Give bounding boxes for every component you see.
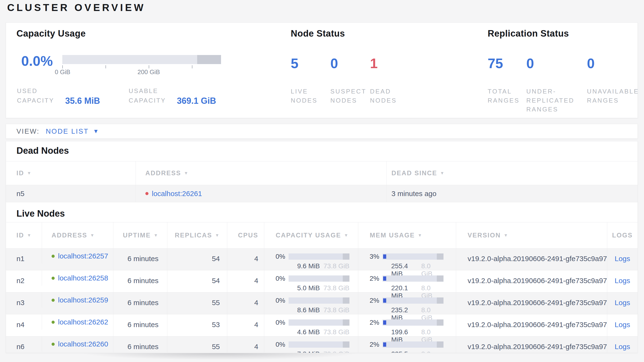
node-address-cell: localhost:26257 (42, 248, 113, 264)
usable-capacity-stat: USABLE CAPACITY 369.1 GiB (129, 86, 216, 105)
sort-desc-icon: ▼ (184, 171, 189, 176)
mem-percent: 3% (368, 253, 379, 260)
live-status-icon (52, 343, 55, 346)
capacity-total: 73.8 GiB (324, 262, 350, 270)
live-status-icon (52, 321, 55, 324)
live-nodes-label: LIVE NODES (291, 87, 319, 105)
capacity-minibar (288, 341, 350, 348)
mem-minibar (383, 319, 444, 326)
capacity-axis-label-200: 200 GiB (138, 68, 160, 76)
total-ranges-count: 75 (488, 56, 526, 70)
capacity-axis-label-0: 0 GiB (55, 68, 70, 76)
replication-status-title: Replication Status (488, 29, 643, 39)
sort-desc-icon: ▼ (154, 233, 158, 238)
sort-desc-icon: ▼ (504, 233, 508, 238)
mem-percent: 2% (368, 297, 379, 304)
dead-col-address[interactable]: ADDRESS▼ (136, 161, 386, 185)
capacity-used: 8.6 MiB (297, 306, 320, 314)
capacity-total: 73.8 GiB (324, 328, 350, 336)
live-node-row: n6 localhost:26260 6 minutes 55 4 0% 7.8… (6, 336, 638, 353)
live-col-id[interactable]: ID▼ (6, 222, 42, 248)
live-col-replicas[interactable]: REPLICAS▼ (167, 222, 227, 248)
view-selector-bar: VIEW: NODE LIST ▼ (6, 124, 638, 139)
dead-node-address-cell: localhost:26261 (136, 185, 386, 202)
capacity-used: 9.6 MiB (297, 262, 320, 270)
unavailable-ranges-label: UNAVAILABLE RANGES (587, 87, 643, 105)
live-col-mem-usage[interactable]: MEM USAGE▼ (358, 222, 456, 248)
node-logs-cell: Logs (607, 336, 638, 353)
total-ranges-label: TOTAL RANGES (488, 87, 516, 105)
dead-col-dead-since[interactable]: DEAD SINCE▼ (386, 161, 638, 185)
logs-link[interactable]: Logs (615, 299, 630, 307)
sort-desc-icon: ▼ (440, 171, 445, 176)
sort-desc-icon: ▼ (90, 233, 95, 238)
capacity-minibar (288, 275, 350, 282)
live-status-icon (52, 299, 55, 302)
logs-link[interactable]: Logs (615, 343, 630, 351)
used-capacity-label: USED CAPACITY (17, 86, 59, 105)
node-address-link[interactable]: localhost:26258 (58, 274, 108, 282)
unavailable-ranges-stat: 0 UNAVAILABLE RANGES (587, 56, 643, 114)
dead-status-icon (145, 192, 148, 195)
live-node-row: n4 localhost:26262 6 minutes 53 4 0% 4.6… (6, 314, 638, 336)
scroll-shadow (0, 353, 644, 362)
node-address-cell: localhost:26258 (42, 270, 113, 286)
live-node-row: n2 localhost:26258 6 minutes 54 4 0% 5.0… (6, 270, 638, 292)
dead-col-id[interactable]: ID▼ (6, 161, 136, 185)
dead-node-address-link[interactable]: localhost:26261 (152, 190, 202, 198)
capacity-minibar (288, 253, 350, 260)
total-ranges-stat: 75 TOTAL RANGES (488, 56, 526, 114)
view-dropdown[interactable]: NODE LIST (46, 127, 89, 135)
node-address-cell: localhost:26259 (42, 292, 113, 308)
live-status-icon (52, 255, 55, 258)
capacity-percent: 0% (274, 275, 285, 282)
logs-link[interactable]: Logs (615, 277, 630, 285)
capacity-used: 4.6 MiB (297, 328, 320, 336)
capacity-percent: 0% (274, 297, 285, 304)
live-col-address[interactable]: ADDRESS▼ (42, 222, 113, 248)
dead-node-row: n5 localhost:26261 3 minutes ago (6, 185, 638, 202)
node-id: n6 (6, 336, 42, 353)
node-uptime: 6 minutes (113, 336, 167, 353)
live-status-icon (52, 277, 55, 280)
usable-capacity-label: USABLE CAPACITY (129, 86, 171, 105)
view-label: VIEW: (16, 127, 40, 135)
capacity-percent: 0% (274, 341, 285, 348)
capacity-usage-section: Capacity Usage 0.0% 0 GiB 200 GiB (16, 29, 221, 105)
mem-percent: 2% (368, 341, 379, 348)
live-nodes-stat: 5 LIVE NODES (291, 56, 330, 105)
dead-nodes-label: DEAD NODES (370, 87, 398, 105)
suspect-nodes-count: 0 (330, 56, 370, 70)
dead-node-id: n5 (6, 185, 136, 202)
node-address-link[interactable]: localhost:26259 (58, 296, 108, 304)
live-nodes-count: 5 (291, 56, 330, 70)
mem-used: 225.5 MiB (391, 350, 421, 353)
sort-desc-icon: ▼ (215, 233, 220, 238)
sort-desc-icon: ▼ (27, 171, 32, 176)
mem-percent: 2% (368, 275, 379, 282)
capacity-usage-title: Capacity Usage (16, 29, 221, 39)
live-nodes-heading: Live Nodes (6, 202, 638, 219)
node-address-link[interactable]: localhost:26257 (58, 252, 108, 260)
live-col-uptime[interactable]: UPTIME▼ (113, 222, 167, 248)
capacity-percent: 0% (274, 253, 285, 260)
mem-minibar (383, 297, 444, 304)
node-address-cell: localhost:26260 (42, 336, 113, 352)
node-address-link[interactable]: localhost:26260 (58, 340, 108, 348)
mem-total: 8.0 GiB (421, 350, 444, 353)
live-col-version[interactable]: VERSION▼ (456, 222, 607, 248)
capacity-total: 73.8 GiB (324, 284, 350, 292)
capacity-used-percent: 0.0% (21, 54, 62, 68)
capacity-used: 5.0 MiB (297, 284, 320, 292)
capacity-percent: 0% (274, 319, 285, 326)
capacity-used: 7.8 MiB (297, 350, 320, 353)
live-node-row: n3 localhost:26259 6 minutes 55 4 0% 8.6… (6, 292, 638, 314)
logs-link[interactable]: Logs (615, 321, 630, 329)
logs-link[interactable]: Logs (615, 255, 630, 263)
dropdown-caret-icon[interactable]: ▼ (93, 128, 99, 135)
capacity-total: 73.8 GiB (324, 306, 350, 314)
cluster-summary-panel: Capacity Usage 0.0% 0 GiB 200 GiB (6, 23, 638, 118)
node-address-link[interactable]: localhost:26262 (58, 318, 108, 326)
node-capacity-usage: 0% 7.8 MiB 73.8 GiB (264, 336, 358, 353)
live-col-capacity-usage[interactable]: CAPACITY USAGE▼ (264, 222, 358, 248)
